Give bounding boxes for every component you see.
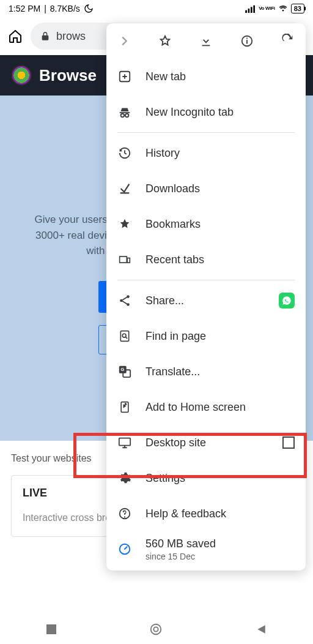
menu-item-label: 560 MB saved: [145, 537, 216, 550]
menu-item-label: Translate...: [145, 365, 200, 378]
svg-rect-5: [246, 40, 248, 43]
status-speed: 8.7KB/s: [50, 4, 80, 13]
menu-item-plus-box[interactable]: New tab: [106, 59, 306, 94]
menu-divider: [117, 132, 295, 133]
menu-list: New tabNew Incognito tabHistoryDownloads…: [106, 59, 306, 567]
svg-point-25: [151, 624, 161, 635]
menu-item-add-home[interactable]: Add to Home screen: [106, 389, 306, 425]
menu-item-incognito[interactable]: New Incognito tab: [106, 94, 306, 130]
share-icon: [117, 294, 132, 307]
status-bar: 1:52 PM | 8.7KB/s Vo WiFi 83: [0, 0, 313, 17]
plus-box-icon: [117, 70, 132, 83]
svg-rect-1: [248, 9, 250, 13]
menu-item-settings[interactable]: Settings: [106, 460, 306, 496]
home-button[interactable]: [7, 29, 23, 43]
svg-point-26: [153, 627, 158, 631]
download-button[interactable]: [199, 34, 213, 48]
menu-item-label: Find in page: [145, 330, 206, 343]
star-icon: [117, 217, 132, 231]
bookmark-button[interactable]: [158, 34, 172, 48]
menu-item-find[interactable]: Find in page: [106, 318, 306, 354]
desktop-icon: [117, 436, 132, 449]
menu-item-label: Settings: [145, 472, 185, 485]
help-icon: [117, 507, 132, 520]
menu-item-label: Help & feedback: [145, 507, 226, 520]
menu-item-label: Bookmarks: [145, 218, 201, 231]
menu-item-label: Recent tabs: [145, 253, 204, 266]
svg-rect-21: [119, 438, 130, 446]
status-time: 1:52 PM: [9, 4, 40, 13]
menu-item-lite[interactable]: 560 MB savedsince 15 Dec: [106, 531, 306, 567]
lite-icon: [117, 542, 132, 556]
menu-item-label: Desktop site: [145, 436, 206, 449]
menu-item-label: New Incognito tab: [145, 106, 234, 119]
url-text: brows: [56, 30, 86, 43]
menu-item-translate[interactable]: GTranslate...: [106, 354, 306, 389]
menu-item-recent-tabs[interactable]: Recent tabs: [106, 242, 306, 277]
menu-item-help[interactable]: Help & feedback: [106, 496, 306, 531]
overflow-menu: New tabNew Incognito tabHistoryDownloads…: [106, 23, 306, 571]
svg-text:G: G: [121, 367, 125, 372]
site-logo-icon: [11, 65, 32, 86]
recents-button[interactable]: [46, 624, 56, 634]
add-home-icon: [117, 400, 132, 414]
back-system-button[interactable]: [256, 624, 267, 635]
site-title: Browse: [39, 66, 97, 85]
menu-item-label: Add to Home screen: [145, 401, 246, 414]
menu-item-label: History: [145, 147, 180, 160]
translate-icon: G: [117, 365, 132, 378]
settings-icon: [117, 471, 132, 485]
menu-item-label: Downloads: [145, 182, 200, 195]
menu-item-label: New tab: [145, 70, 186, 83]
menu-item-star[interactable]: Bookmarks: [106, 206, 306, 242]
svg-point-16: [122, 334, 126, 337]
menu-item-sublabel: since 15 Dec: [145, 552, 216, 561]
whatsapp-icon: [279, 293, 295, 309]
menu-item-desktop[interactable]: Desktop site: [106, 425, 306, 460]
moon-icon: [84, 4, 94, 13]
signal-icon: [245, 4, 256, 13]
home-system-button[interactable]: [149, 623, 163, 636]
svg-rect-6: [246, 38, 248, 39]
battery-indicator: 83: [291, 4, 304, 13]
info-button[interactable]: [240, 34, 254, 48]
menu-item-share[interactable]: Share...: [106, 283, 306, 318]
svg-rect-0: [245, 10, 247, 13]
network-label: Vo WiFi: [259, 6, 275, 11]
svg-point-9: [125, 114, 129, 118]
forward-button[interactable]: [117, 34, 131, 48]
history-icon: [117, 146, 132, 160]
desktop-site-checkbox[interactable]: [282, 436, 295, 449]
svg-rect-3: [254, 6, 256, 13]
lock-icon: [40, 31, 50, 41]
menu-item-downloads[interactable]: Downloads: [106, 171, 306, 206]
menu-action-row: [106, 23, 306, 59]
svg-rect-2: [251, 7, 252, 13]
menu-item-label: Share...: [145, 294, 184, 307]
svg-point-8: [121, 114, 125, 118]
wifi-icon: [278, 4, 289, 13]
reload-button[interactable]: [281, 34, 295, 48]
svg-rect-10: [120, 256, 127, 263]
menu-item-history[interactable]: History: [106, 135, 306, 171]
incognito-icon: [117, 105, 132, 119]
system-nav-bar: [0, 615, 313, 644]
downloads-icon: [117, 182, 132, 195]
menu-divider: [117, 280, 295, 280]
svg-rect-24: [46, 624, 56, 634]
recent-tabs-icon: [117, 253, 132, 266]
find-icon: [117, 329, 132, 343]
svg-rect-11: [127, 258, 130, 263]
svg-rect-15: [120, 331, 128, 342]
